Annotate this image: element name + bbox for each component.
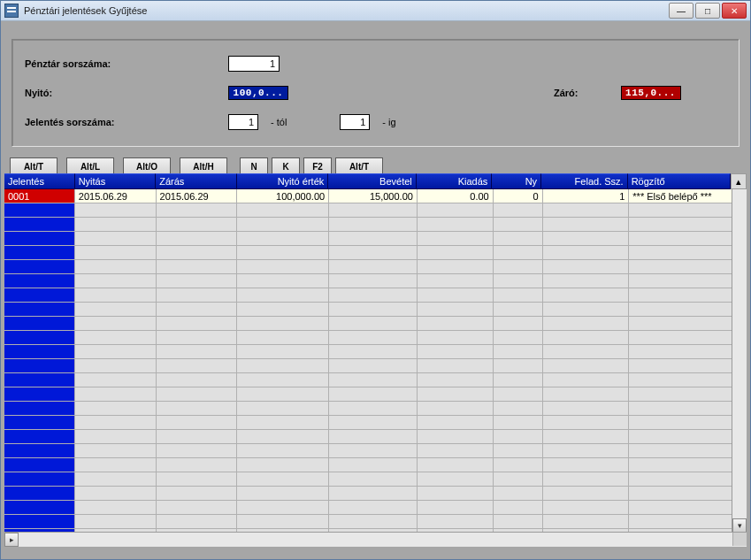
- table-row[interactable]: [4, 203, 747, 218]
- table-row[interactable]: [4, 501, 747, 515]
- col-jelentes[interactable]: Jelentés: [4, 173, 75, 189]
- cell: [237, 472, 329, 487]
- cell: [329, 288, 418, 303]
- cell: [237, 331, 329, 345]
- table-row[interactable]: [4, 387, 747, 402]
- cell: [75, 232, 157, 246]
- table-row[interactable]: [4, 402, 747, 416]
- btn-f2[interactable]: F2: [303, 157, 332, 175]
- cell: [157, 501, 238, 515]
- scroll-right-icon[interactable]: ▸: [4, 533, 19, 547]
- cell: [157, 203, 238, 218]
- cell: [629, 359, 732, 373]
- col-rogzito[interactable]: Rögzítő: [628, 173, 731, 189]
- table-row[interactable]: [4, 288, 747, 303]
- cell: [629, 458, 732, 472]
- table-row[interactable]: [4, 487, 747, 501]
- col-nyito-ertek[interactable]: Nyitó érték: [237, 173, 329, 189]
- col-zaras[interactable]: Zárás: [156, 173, 237, 189]
- cell: [75, 359, 157, 373]
- vertical-scrollbar[interactable]: ▾: [732, 189, 747, 533]
- scroll-up-icon[interactable]: ▴: [731, 173, 747, 189]
- btn-alt-o[interactable]: Alt/O: [123, 157, 171, 175]
- table-row[interactable]: [4, 430, 747, 444]
- cell: [494, 274, 543, 288]
- cell-code: [4, 260, 75, 274]
- cell: [237, 303, 329, 317]
- cell: [329, 444, 418, 458]
- table-row[interactable]: [4, 472, 747, 487]
- cell: [237, 274, 329, 288]
- cell: [157, 359, 238, 373]
- cell: [494, 501, 543, 515]
- table-row[interactable]: 00012015.06.292015.06.29100,000.0015,000…: [4, 189, 747, 203]
- table-row[interactable]: [4, 458, 747, 472]
- table-row[interactable]: [4, 246, 747, 260]
- cell-code: [4, 274, 75, 288]
- cell: [418, 458, 494, 472]
- table-row[interactable]: [4, 232, 747, 246]
- cell: [543, 331, 630, 345]
- cell: [329, 260, 418, 274]
- btn-alt-l[interactable]: Alt/L: [66, 157, 114, 175]
- cell-code: [4, 373, 75, 387]
- cell: [418, 430, 494, 444]
- cell: [75, 288, 157, 303]
- cell: [543, 359, 630, 373]
- col-ny[interactable]: Ny: [492, 173, 541, 189]
- cell: [629, 472, 732, 487]
- cell: [629, 203, 732, 218]
- table-row[interactable]: [4, 303, 747, 317]
- scroll-down-icon[interactable]: ▾: [732, 518, 747, 533]
- close-button[interactable]: ✕: [722, 3, 747, 19]
- cell: [237, 373, 329, 387]
- table-row[interactable]: [4, 317, 747, 331]
- cell-code: 0001: [4, 189, 75, 203]
- cell: [157, 416, 238, 430]
- cell: [418, 203, 494, 218]
- cell: [237, 203, 329, 218]
- cell-code: [4, 303, 75, 317]
- minimize-button[interactable]: —: [669, 3, 694, 19]
- col-bevetel[interactable]: Bevétel: [328, 173, 417, 189]
- cell: [418, 317, 494, 331]
- table-row[interactable]: [4, 345, 747, 359]
- cell: *** Első belépő ***: [629, 189, 732, 203]
- table-row[interactable]: [4, 359, 747, 373]
- btn-alt-t-1[interactable]: Alt/T: [10, 157, 57, 175]
- cell: [329, 402, 418, 416]
- table-row[interactable]: [4, 373, 747, 387]
- btn-alt-h[interactable]: Alt/H: [180, 157, 227, 175]
- cell: [629, 402, 732, 416]
- jelentes-from-input[interactable]: [228, 114, 258, 130]
- table-row[interactable]: [4, 331, 747, 345]
- table-row[interactable]: [4, 444, 747, 458]
- zaro-label: Záró:: [554, 88, 579, 98]
- table-row[interactable]: [4, 515, 747, 529]
- cell: [418, 402, 494, 416]
- cell: [75, 303, 157, 317]
- table-row[interactable]: [4, 260, 747, 274]
- cell: [237, 288, 329, 303]
- table-row[interactable]: [4, 218, 747, 232]
- cell: [237, 501, 329, 515]
- btn-k[interactable]: K: [272, 157, 300, 175]
- jelentes-to-input[interactable]: [340, 114, 370, 130]
- btn-alt-t-2[interactable]: Alt/T: [335, 157, 383, 175]
- col-nyitas[interactable]: Nyitás: [75, 173, 157, 189]
- table-row[interactable]: [4, 274, 747, 288]
- cell: [494, 487, 543, 501]
- col-felad[interactable]: Felad. Ssz.: [541, 173, 628, 189]
- cell: [629, 288, 732, 303]
- horizontal-scrollbar[interactable]: ◂ ▸: [4, 532, 747, 547]
- table-row[interactable]: [4, 416, 747, 430]
- cell: [543, 501, 630, 515]
- maximize-button[interactable]: □: [695, 3, 720, 19]
- cell: [418, 444, 494, 458]
- cell: [629, 246, 732, 260]
- btn-n[interactable]: N: [240, 157, 268, 175]
- cell: [543, 430, 630, 444]
- penztar-input[interactable]: [228, 56, 280, 72]
- cell: [629, 373, 732, 387]
- col-kiadas[interactable]: Kiadás: [417, 173, 493, 189]
